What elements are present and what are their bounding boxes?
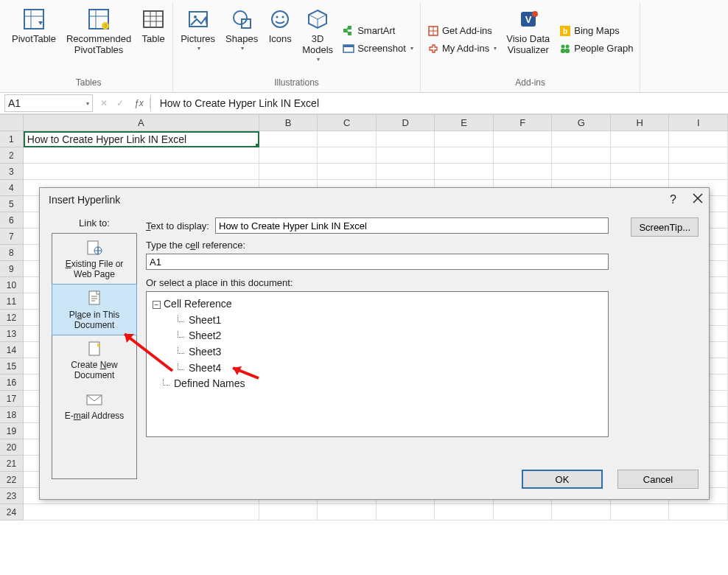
row-header[interactable]: 9 [0, 261, 24, 277]
row-header[interactable]: 8 [0, 245, 24, 261]
col-header[interactable]: F [494, 115, 553, 131]
row-header[interactable]: 18 [0, 407, 24, 423]
people-graph-button[interactable]: People Graph [557, 41, 635, 56]
row-header[interactable]: 15 [0, 358, 24, 374]
cell[interactable] [494, 504, 553, 520]
cell[interactable] [377, 147, 435, 164]
cell[interactable] [669, 504, 728, 520]
cell[interactable] [24, 164, 259, 180]
cell[interactable] [435, 131, 494, 147]
close-icon[interactable] [693, 193, 703, 206]
cell[interactable] [669, 147, 728, 164]
row-header[interactable]: 23 [0, 488, 24, 504]
cell[interactable] [259, 164, 318, 180]
cell[interactable] [435, 164, 494, 180]
help-icon[interactable]: ? [670, 193, 676, 206]
visio-visualizer-button[interactable]: V Visio Data Visualizer [503, 3, 553, 76]
cell[interactable] [318, 164, 377, 180]
cell[interactable] [377, 164, 435, 180]
cell[interactable] [494, 131, 553, 147]
row-header[interactable]: 16 [0, 374, 24, 391]
cell[interactable] [669, 131, 728, 147]
col-header[interactable]: G [552, 115, 611, 131]
col-header[interactable]: C [318, 115, 377, 131]
row-header[interactable]: 6 [0, 212, 24, 229]
ok-button[interactable]: OK [522, 470, 603, 489]
smartart-button[interactable]: SmartArt [340, 24, 416, 38]
tree-node-cell-reference[interactable]: −Cell Reference [153, 296, 602, 313]
row-header[interactable]: 22 [0, 472, 24, 488]
name-box[interactable]: A1 ▾ [4, 94, 93, 112]
cell[interactable] [377, 504, 435, 520]
row-header[interactable]: 10 [0, 277, 24, 293]
pivottable-button[interactable]: PivotTable [9, 3, 59, 76]
get-addins-button[interactable]: Get Add-ins [425, 24, 499, 38]
row-header[interactable]: 5 [0, 196, 24, 212]
row-header[interactable]: 11 [0, 293, 24, 310]
table-button[interactable]: Table [139, 3, 168, 76]
cell[interactable] [669, 164, 728, 180]
col-header[interactable]: E [435, 115, 494, 131]
row-header[interactable]: 1 [0, 131, 24, 147]
fx-icon[interactable]: ƒx [128, 98, 150, 108]
cell[interactable] [611, 147, 670, 164]
my-addins-button[interactable]: My Add-ins ▾ [425, 41, 499, 56]
tree-node-sheet[interactable]: Sheet1 [178, 313, 602, 329]
cell[interactable] [611, 164, 670, 180]
cell[interactable] [318, 131, 377, 147]
screenshot-button[interactable]: Screenshot ▾ [340, 41, 416, 56]
row-header[interactable]: 13 [0, 326, 24, 342]
cell-reference-input[interactable] [146, 254, 609, 270]
row-header[interactable]: 4 [0, 180, 24, 196]
select-all-corner[interactable] [0, 115, 24, 131]
cell[interactable] [318, 504, 377, 520]
tree-node-sheet[interactable]: Sheet2 [178, 328, 602, 344]
row-header[interactable]: 24 [0, 504, 24, 520]
cell[interactable] [318, 147, 377, 164]
linkto-create-new[interactable]: Create New Document [52, 335, 136, 386]
row-header[interactable]: 3 [0, 164, 24, 180]
cell[interactable] [611, 131, 670, 147]
linkto-email[interactable]: E-mail Address [52, 386, 136, 426]
place-tree[interactable]: −Cell Reference Sheet1 Sheet2 Sheet3 She… [146, 291, 609, 437]
cell[interactable] [24, 504, 259, 520]
col-header[interactable]: A [24, 115, 259, 131]
row-header[interactable]: 17 [0, 391, 24, 407]
row-header[interactable]: 2 [0, 147, 24, 164]
tree-node-defined-names[interactable]: Defined Names [163, 376, 602, 392]
cancel-button[interactable]: Cancel [617, 470, 699, 489]
shapes-button[interactable]: Shapes ▾ [223, 3, 261, 76]
bing-maps-button[interactable]: b Bing Maps [557, 24, 635, 38]
cell[interactable] [611, 504, 670, 520]
icons-button[interactable]: Icons [265, 3, 295, 76]
row-header[interactable]: 21 [0, 456, 24, 472]
cell[interactable] [552, 131, 611, 147]
tree-node-sheet[interactable]: Sheet4 [178, 360, 602, 377]
cell[interactable] [552, 504, 611, 520]
recommended-pivottables-button[interactable]: ? Recommended PivotTables [63, 3, 134, 76]
cell[interactable] [259, 131, 318, 147]
cell[interactable] [435, 147, 494, 164]
linkto-place-in-document[interactable]: Place in This Document [52, 284, 137, 335]
row-header[interactable]: 7 [0, 229, 24, 245]
linkto-existing-file[interactable]: Existing File or Web Page [52, 234, 136, 285]
cell[interactable]: How to Create Hyper Link IN Excel [24, 131, 259, 147]
row-header[interactable]: 19 [0, 423, 24, 439]
cell[interactable] [24, 147, 259, 164]
cell[interactable] [494, 147, 553, 164]
cell[interactable] [377, 131, 435, 147]
col-header[interactable]: B [259, 115, 318, 131]
cell[interactable] [435, 504, 494, 520]
col-header[interactable]: I [669, 115, 728, 131]
cell[interactable] [259, 147, 318, 164]
row-header[interactable]: 14 [0, 342, 24, 358]
col-header[interactable]: D [377, 115, 435, 131]
cell[interactable] [552, 147, 611, 164]
col-header[interactable]: H [611, 115, 670, 131]
cell[interactable] [259, 504, 318, 520]
pictures-button[interactable]: Pictures ▾ [178, 3, 218, 76]
dropdown-icon[interactable]: ▾ [86, 100, 89, 107]
cell[interactable] [552, 164, 611, 180]
tree-node-sheet[interactable]: Sheet3 [178, 344, 602, 360]
row-header[interactable]: 20 [0, 439, 24, 456]
